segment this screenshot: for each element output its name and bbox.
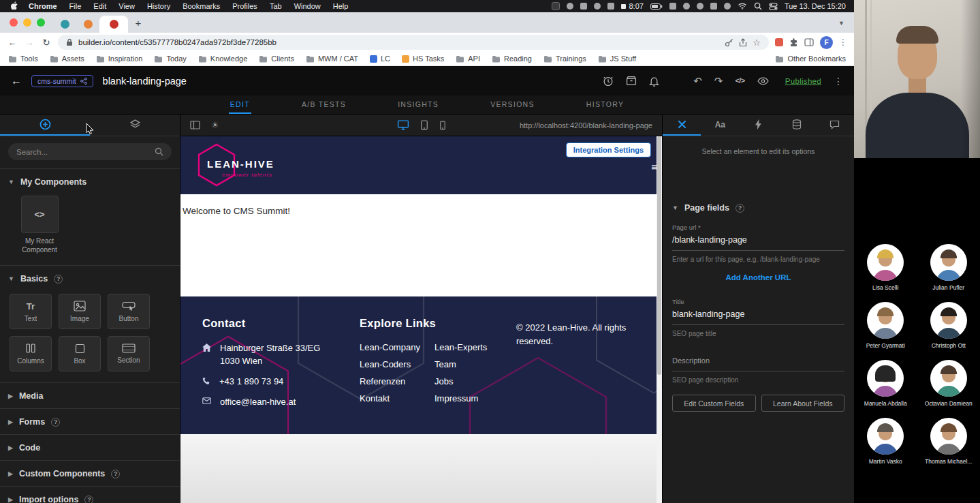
page-fields-header[interactable]: ▼Page fields? xyxy=(672,203,844,213)
close-window-button[interactable] xyxy=(10,18,18,27)
tab-insights[interactable]: INSIGHTS xyxy=(396,95,440,114)
component-button[interactable]: Button xyxy=(108,294,150,329)
minimize-window-button[interactable] xyxy=(23,18,31,27)
footer-link[interactable]: Impressum xyxy=(434,393,513,403)
spotlight-search-icon[interactable] xyxy=(754,2,762,10)
help-icon[interactable]: ? xyxy=(736,204,744,213)
active-browser-tab[interactable] xyxy=(99,16,128,33)
footer-link[interactable]: Team xyxy=(434,359,513,369)
learn-about-fields-button[interactable]: Learn About Fields xyxy=(761,395,845,412)
participant-tile[interactable]: Julian Pufler xyxy=(919,244,979,291)
component-image[interactable]: Image xyxy=(59,294,101,329)
menu-window[interactable]: Window xyxy=(288,2,327,10)
edit-options-tab[interactable] xyxy=(663,115,701,136)
footer-link[interactable]: Lean-Company xyxy=(360,342,434,352)
share-icon[interactable] xyxy=(739,38,747,47)
reload-button[interactable]: ↻ xyxy=(41,37,52,48)
integration-settings-button[interactable]: Integration Settings xyxy=(566,142,651,157)
scrollbar-thumb[interactable] xyxy=(657,136,661,375)
footer-link[interactable]: Kontakt xyxy=(360,393,434,403)
notifications-bell-icon[interactable] xyxy=(649,76,659,87)
menu-chrome[interactable]: Chrome xyxy=(22,2,63,10)
participant-tile[interactable]: Thomas Michael... xyxy=(919,418,979,465)
help-icon[interactable]: ? xyxy=(51,418,60,427)
browser-tab[interactable] xyxy=(76,16,99,33)
footer-link[interactable]: Lean-Experts xyxy=(434,342,513,352)
preview-canvas[interactable]: LEAN-HIVE empower talents Integration Se… xyxy=(180,136,662,503)
search-input[interactable] xyxy=(16,148,151,156)
bookmark-folder[interactable]: Today xyxy=(154,55,186,63)
bookmark-folder[interactable]: Clients xyxy=(259,55,294,63)
actions-tab[interactable] xyxy=(739,115,777,136)
webcam-video-tile[interactable] xyxy=(854,0,980,158)
forms-header[interactable]: ▶Forms? xyxy=(0,409,180,434)
back-arrow-icon[interactable]: ← xyxy=(11,75,22,87)
menu-tab[interactable]: Tab xyxy=(264,2,288,10)
participant-tile[interactable]: Manuela Abdalla xyxy=(855,360,915,407)
status-icon[interactable] xyxy=(594,3,601,10)
menubar-clock[interactable]: Tue 13. Dec 15:20 xyxy=(785,2,847,10)
tab-edit[interactable]: EDIT xyxy=(229,95,251,114)
app-status-icon[interactable] xyxy=(552,2,560,10)
other-bookmarks[interactable]: Other Bookmarks xyxy=(775,55,846,63)
bookmark-star-icon[interactable]: ☆ xyxy=(753,37,761,48)
search-box[interactable] xyxy=(8,143,172,160)
status-icon[interactable] xyxy=(683,3,690,10)
menu-help[interactable]: Help xyxy=(327,2,355,10)
desktop-device-icon[interactable] xyxy=(397,120,409,130)
data-tab[interactable] xyxy=(778,115,816,136)
import-options-header[interactable]: ▶Import options? xyxy=(0,487,180,503)
canvas-empty-area[interactable] xyxy=(180,434,662,503)
component-box[interactable]: Box xyxy=(59,336,101,371)
lock-icon[interactable] xyxy=(66,38,73,46)
component-section[interactable]: Section xyxy=(108,336,150,371)
help-icon[interactable]: ? xyxy=(84,496,93,503)
footer-link[interactable]: Referenzen xyxy=(360,376,434,386)
basics-header[interactable]: ▼Basics? xyxy=(0,266,180,291)
split-view-icon[interactable] xyxy=(804,38,814,46)
new-tab-button[interactable]: + xyxy=(129,14,147,31)
footer-link[interactable]: Jobs xyxy=(434,376,513,386)
participant-tile[interactable]: Christoph Ott xyxy=(919,302,979,349)
page-url-input[interactable]: /blank-landing-page xyxy=(672,231,844,251)
menu-edit[interactable]: Edit xyxy=(87,2,112,10)
browser-tab[interactable] xyxy=(53,16,76,33)
title-input[interactable]: blank-landing-page xyxy=(672,305,844,325)
status-icon[interactable] xyxy=(710,3,717,10)
participant-tile[interactable]: Octavian Damiean xyxy=(919,360,979,407)
tablet-device-icon[interactable] xyxy=(420,120,428,130)
comments-tab[interactable] xyxy=(816,115,854,136)
archive-box-icon[interactable] xyxy=(626,76,637,86)
media-header[interactable]: ▶Media xyxy=(0,383,180,408)
welcome-text[interactable]: Welcome to CMS Summit! xyxy=(183,206,290,216)
bluetooth-icon[interactable] xyxy=(724,3,731,10)
layers-tab[interactable] xyxy=(90,115,180,136)
address-bar[interactable]: builder.io/content/c53577778b0247ada972b… xyxy=(58,35,769,50)
phone-device-icon[interactable] xyxy=(439,121,445,130)
wifi-icon[interactable] xyxy=(738,3,747,10)
help-icon[interactable]: ? xyxy=(111,470,120,478)
zoom-window-button[interactable] xyxy=(37,18,45,27)
undo-icon[interactable]: ↶ xyxy=(693,76,702,86)
custom-components-header[interactable]: ▶Custom Components? xyxy=(0,461,180,486)
preview-eye-icon[interactable] xyxy=(757,77,769,85)
bookmark-folder[interactable]: Assets xyxy=(50,55,84,63)
code-icon[interactable]: </> xyxy=(735,77,744,85)
bookmark-folder[interactable]: Tools xyxy=(8,55,38,63)
preview-url[interactable]: http://localhost:4200/blank-landing-page xyxy=(520,121,652,129)
participant-tile[interactable]: Lisa Scelli xyxy=(855,244,915,291)
code-header[interactable]: ▶Code xyxy=(0,435,180,460)
bookmark-folder[interactable]: JS Stuff xyxy=(598,55,636,63)
password-key-icon[interactable] xyxy=(725,38,733,47)
participant-tile[interactable]: Peter Gyarmati xyxy=(855,302,915,349)
chrome-menu-icon[interactable]: ⋮ xyxy=(839,37,847,47)
screen-recording-timer[interactable]: 8:07 xyxy=(621,2,643,10)
preview-scrollbar[interactable] xyxy=(657,136,662,503)
bookmark-folder[interactable]: Inspiration xyxy=(96,55,143,63)
published-status-link[interactable]: Published xyxy=(785,77,821,85)
add-another-url-link[interactable]: Add Another URL xyxy=(672,273,844,281)
edit-custom-fields-button[interactable]: Edit Custom Fields xyxy=(672,395,756,412)
space-badge[interactable]: cms-summit xyxy=(31,75,93,87)
tab-ab-tests[interactable]: A/B TESTS xyxy=(300,95,347,114)
site-header[interactable]: LEAN-HIVE empower talents Integration Se… xyxy=(180,136,662,194)
